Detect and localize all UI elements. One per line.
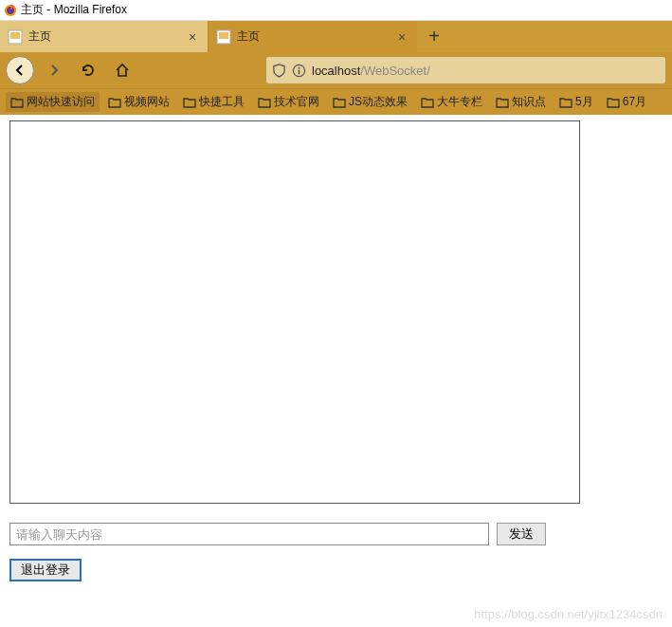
bookmark-1[interactable]: 视频网站 [103,92,174,112]
bookmark-label: 快捷工具 [199,94,245,110]
page-icon [216,29,231,45]
bookmarks-bar: 网站快速访问 视频网站 快捷工具 技术官网 JS动态效果 大牛专栏 知识点 5月… [0,88,672,115]
svg-rect-5 [219,32,228,39]
folder-icon [559,97,572,108]
window-titlebar: 主页 - Mozilla Firefox [0,0,672,21]
folder-icon [108,97,121,108]
page-content: 发送 退出登录 [0,115,672,587]
url-bar[interactable]: localhost/WebSocket/ [265,56,666,84]
shield-icon[interactable] [272,64,286,78]
svg-point-7 [299,66,300,68]
tab-label: 主页 [237,28,389,45]
tab-strip: 主页 × 主页 × + [0,21,672,52]
bookmark-5[interactable]: 大牛专栏 [416,92,487,112]
svg-rect-3 [10,32,20,39]
url-text: localhost/WebSocket/ [312,64,430,78]
home-button[interactable] [108,56,136,84]
bookmark-4[interactable]: JS动态效果 [328,92,412,112]
home-icon [115,63,130,78]
chat-input[interactable] [9,523,489,545]
bookmark-label: JS动态效果 [349,94,408,110]
close-icon[interactable]: × [394,29,409,45]
bookmark-label: 知识点 [512,94,546,110]
page-icon [8,29,23,45]
info-icon[interactable] [292,64,306,78]
bookmark-6[interactable]: 知识点 [491,92,551,112]
window-title: 主页 - Mozilla Firefox [21,2,127,18]
bookmark-label: 5月 [575,94,593,110]
new-tab-button[interactable]: + [417,21,451,52]
nav-toolbar: localhost/WebSocket/ [0,52,672,88]
folder-icon [10,97,24,108]
bookmark-0[interactable]: 网站快速访问 [6,92,100,112]
reload-button[interactable] [74,56,102,84]
bookmark-8[interactable]: 67月 [602,92,651,112]
bookmark-2[interactable]: 快捷工具 [178,92,249,112]
folder-icon [183,97,196,108]
logout-button[interactable]: 退出登录 [9,559,82,581]
close-icon[interactable]: × [185,29,200,45]
bookmark-7[interactable]: 5月 [554,92,598,112]
logout-row: 退出登录 [9,559,663,581]
bookmark-label: 大牛专栏 [437,94,482,110]
chat-display [9,120,580,504]
svg-rect-8 [299,69,300,74]
firefox-icon [4,4,17,17]
tab-1[interactable]: 主页 × [209,21,417,52]
folder-icon [333,97,346,108]
folder-icon [258,97,271,108]
bookmark-label: 技术官网 [274,94,319,110]
tab-0[interactable]: 主页 × [0,21,209,52]
bookmark-label: 网站快速访问 [27,94,95,110]
forward-button[interactable] [40,56,68,84]
reload-icon [81,63,96,78]
bookmark-label: 视频网站 [124,94,170,110]
watermark: https://blog.csdn.net/yjltx1234csdn [474,607,663,621]
arrow-left-icon [12,63,27,78]
bookmark-3[interactable]: 技术官网 [253,92,324,112]
arrow-right-icon [46,63,62,78]
send-button[interactable]: 发送 [497,523,546,545]
input-row: 发送 [9,523,663,545]
bookmark-label: 67月 [623,94,646,110]
tab-label: 主页 [28,28,179,45]
url-path: /WebSocket/ [360,64,429,78]
url-host: localhost [312,64,360,78]
folder-icon [421,97,434,108]
folder-icon [607,97,620,108]
folder-icon [496,97,509,108]
back-button[interactable] [6,56,34,84]
